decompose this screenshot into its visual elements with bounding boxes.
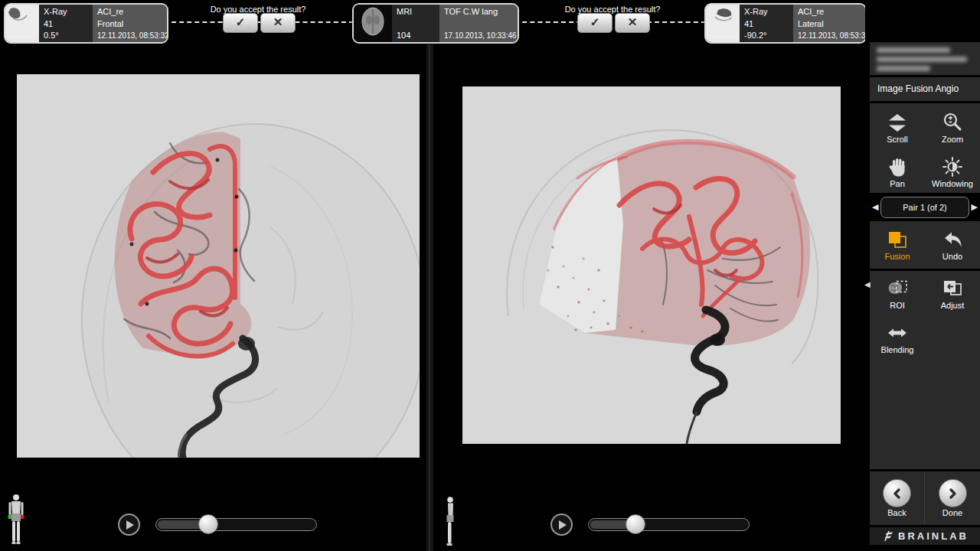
pair-display[interactable]: Pair 1 (of 2) — [880, 197, 969, 218]
slider-thumb[interactable] — [198, 514, 218, 534]
view-tools-panel: Scroll Zoom Pan Windowing — [870, 103, 980, 193]
scroll-tool-button[interactable]: Scroll — [870, 105, 925, 149]
roi-button[interactable]: ROI — [870, 271, 925, 315]
tool-label: Scroll — [887, 135, 908, 144]
roi-brain-icon — [886, 277, 909, 300]
left-hand-marker — [8, 515, 12, 519]
mri-thumbnail — [354, 5, 392, 42]
xray-lateral-thumbnail — [706, 5, 740, 42]
tool-label: Blending — [881, 345, 914, 354]
play-icon — [126, 520, 134, 530]
image-number: 41 — [744, 19, 789, 28]
modality-label: X-Ray — [44, 7, 88, 16]
viewer-frontal-image[interactable] — [17, 74, 420, 458]
fusion-icon — [886, 230, 909, 251]
windowing-icon — [941, 155, 964, 178]
plane-label: Frontal — [97, 19, 168, 28]
image-number: 41 — [44, 19, 88, 28]
tool-label: ROI — [890, 301, 905, 310]
image-slider-frontal[interactable] — [155, 518, 317, 531]
play-button-lateral[interactable] — [550, 514, 573, 536]
slider-thumb[interactable] — [626, 514, 645, 534]
tool-label: Fusion — [884, 252, 910, 261]
tool-label: Done — [942, 508, 962, 517]
windowing-tool-button[interactable]: Windowing — [925, 149, 980, 194]
chevron-right-icon — [947, 488, 958, 499]
tool-label: Zoom — [942, 135, 963, 144]
patient-info-redacted — [870, 42, 980, 75]
redacted-line — [877, 57, 967, 62]
reject-result-button[interactable]: ✕ — [260, 13, 296, 33]
brand-name: BRAINLAB — [898, 530, 969, 542]
adjust-group-panel: ROI Adjust Blending — [870, 271, 980, 469]
pan-hand-icon — [886, 155, 909, 178]
sidebar-collapse-arrow[interactable]: ◀ — [864, 280, 871, 289]
image-header-xray-lateral[interactable]: X-Ray 41 -90.2° ACI_re Lateral 12.11.201… — [704, 3, 867, 44]
accept-result-button[interactable]: ✓ — [223, 13, 258, 33]
accept-button-group: ✓ ✕ — [223, 13, 296, 33]
xray-frontal-thumbnail — [5, 5, 39, 42]
tool-label: Adjust — [941, 301, 965, 310]
angle-value: 0.5° — [44, 31, 88, 40]
back-button[interactable]: Back — [870, 471, 925, 525]
workflow-title-row: Image Fusion Angio — [870, 77, 980, 101]
chevron-left-icon — [892, 488, 903, 499]
blending-arrows-icon — [886, 321, 909, 344]
accept-button-group: ✓ ✕ — [577, 13, 650, 33]
timestamp: 12.11.2013, 08:53:32 — [798, 31, 867, 40]
back-circle — [883, 479, 911, 507]
undo-icon — [941, 230, 964, 251]
blending-button[interactable]: Blending — [870, 315, 925, 360]
viewer-lateral-image[interactable] — [462, 86, 841, 444]
lateral-angiogram — [462, 86, 841, 444]
tool-label: Back — [887, 508, 906, 517]
timestamp: 17.10.2013, 10:33:46 — [444, 31, 517, 40]
undo-button[interactable]: Undo — [925, 221, 980, 269]
angle-value: -90.2° — [744, 31, 789, 40]
pair-next-button[interactable]: ▶ — [969, 202, 980, 212]
reject-result-button[interactable]: ✕ — [615, 13, 650, 33]
right-hand-marker — [21, 515, 24, 519]
workflow-title: Image Fusion Angio — [877, 83, 959, 94]
play-button-frontal[interactable] — [118, 514, 140, 536]
fusion-button[interactable]: Fusion — [870, 221, 925, 269]
fusion-actions-panel: Fusion Undo — [870, 221, 980, 269]
tool-label: Pan — [890, 179, 905, 188]
mri-description: TOF C.W lang 17.10.2013, 10:33:46 — [439, 5, 519, 42]
series-label: ACI_re — [798, 7, 867, 16]
image-header-mri[interactable]: MRI 104 TOF C.W lang 17.10.2013, 10:33:4… — [352, 3, 519, 44]
zoom-tool-button[interactable]: Zoom — [925, 105, 980, 149]
series-label: ACI_re — [97, 7, 168, 16]
image-header-xray-frontal[interactable]: X-Ray 41 0.5° ACI_re Frontal 12.11.2013,… — [4, 3, 168, 44]
image-slider-lateral[interactable] — [588, 518, 750, 531]
tool-label: Undo — [942, 252, 962, 261]
navigation-footer: Back Done — [870, 471, 980, 525]
brainlab-logo-icon — [881, 530, 893, 542]
adjust-button[interactable]: Adjust — [925, 271, 980, 315]
adjust-icon — [941, 277, 964, 300]
image-number: 104 — [397, 31, 435, 40]
orientation-figure-lateral — [442, 496, 459, 551]
frontal-angiogram — [17, 74, 420, 458]
scroll-icon — [886, 111, 909, 134]
pair-selector: ◀ Pair 1 (of 2) ▶ — [870, 195, 980, 219]
done-button[interactable]: Done — [925, 471, 980, 525]
zoom-icon — [941, 111, 964, 134]
orientation-figure-frontal — [6, 494, 26, 550]
play-icon — [559, 520, 567, 530]
tool-label: Windowing — [932, 179, 973, 188]
modality-label: X-Ray — [744, 7, 789, 16]
xray-lateral-description: ACI_re Lateral 12.11.2013, 08:53:32 — [793, 5, 867, 42]
modality-label: MRI — [397, 7, 435, 16]
redacted-line — [877, 47, 950, 53]
accept-result-button[interactable]: ✓ — [577, 13, 612, 33]
plane-label: Lateral — [798, 19, 867, 28]
pair-prev-button[interactable]: ◀ — [870, 202, 880, 212]
pan-tool-button[interactable]: Pan — [870, 149, 925, 194]
viewer-divider-line — [429, 44, 430, 551]
xray-frontal-description: ACI_re Frontal 12.11.2013, 08:53:32 — [93, 5, 168, 42]
redacted-line — [877, 66, 930, 71]
done-circle — [939, 479, 967, 507]
xray-lateral-measurements: X-Ray 41 -90.2° — [740, 5, 793, 42]
brand-bar: BRAINLAB — [870, 527, 980, 545]
